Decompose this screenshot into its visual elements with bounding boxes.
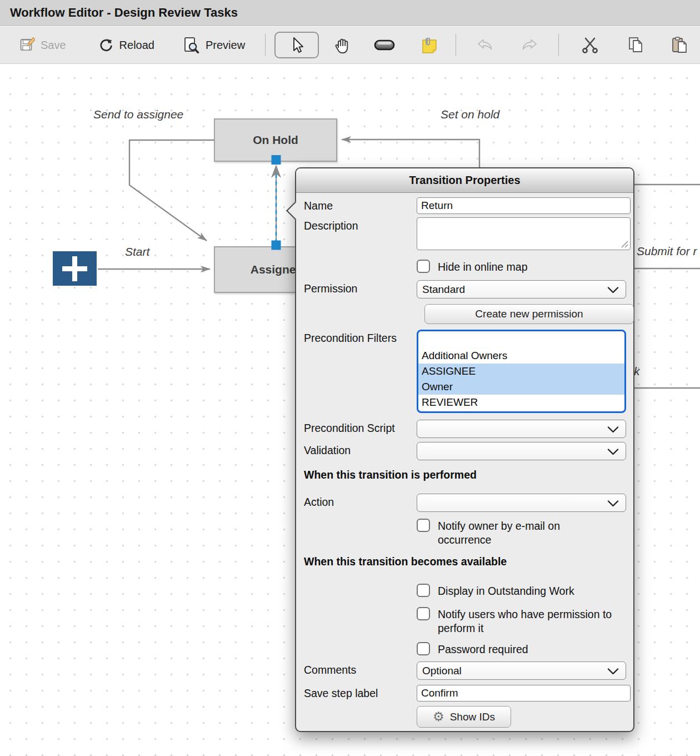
transition-send-to-assignee[interactable]: [129, 140, 214, 241]
redo-button[interactable]: [521, 38, 538, 52]
state-tool-button[interactable]: [373, 39, 396, 51]
section-when-performed: When this transition is performed: [304, 469, 477, 481]
open-hand-icon: [333, 36, 351, 54]
paste-button[interactable]: [671, 36, 688, 54]
show-ids-label: Show IDs: [450, 711, 495, 723]
chevron-down-icon: [607, 449, 619, 455]
chevron-down-icon: [607, 668, 619, 675]
name-input[interactable]: [417, 197, 631, 214]
workflow-canvas[interactable]: On Hold Assigned Send to assignee Set on…: [0, 64, 700, 756]
undo-icon: [476, 38, 494, 52]
plus-icon: [53, 251, 97, 286]
list-option-additional-owners[interactable]: Additional Owners: [418, 348, 624, 364]
copy-button[interactable]: [628, 36, 644, 54]
chevron-down-icon: [607, 426, 619, 433]
precondition-filters-label: Precondition Filters: [304, 330, 417, 413]
save-icon: [19, 37, 35, 53]
state-on-hold-label: On Hold: [253, 133, 298, 147]
list-option-assignee[interactable]: ASSIGNEE: [418, 364, 624, 379]
chevron-down-icon: [607, 500, 619, 507]
comments-select[interactable]: Optional: [417, 662, 626, 680]
toolbar-separator: [456, 34, 456, 56]
start-node[interactable]: [53, 251, 97, 286]
redo-icon: [521, 38, 538, 52]
transition-set-on-hold[interactable]: [342, 140, 479, 169]
name-label: Name: [304, 197, 417, 214]
comments-label: Comments: [304, 662, 417, 680]
paste-icon: [671, 36, 688, 54]
window-title: Workflow Editor - Design Review Tasks: [0, 6, 238, 20]
section-when-available: When this transition becomes available: [304, 555, 507, 568]
label-send-to-assignee: Send to assignee: [93, 108, 183, 121]
save-button[interactable]: Save: [19, 37, 66, 53]
label-submit-for-review-partial: Submit for r: [637, 245, 697, 258]
precondition-filters-listbox[interactable]: Additional Owners ASSIGNEE Owner REVIEWE…: [417, 330, 626, 413]
save-step-input[interactable]: [417, 685, 631, 702]
undo-button[interactable]: [476, 38, 494, 52]
save-label: Save: [41, 39, 66, 52]
save-step-label: Save step label: [304, 685, 417, 702]
transition-properties-dialog: Transition Properties Name Description H…: [295, 167, 634, 732]
permission-label: Permission: [304, 280, 417, 299]
reload-label: Reload: [119, 39, 154, 52]
password-required-checkbox[interactable]: [417, 642, 430, 655]
state-on-hold[interactable]: On Hold: [214, 118, 337, 162]
action-label: Action: [304, 494, 417, 512]
hide-in-online-map-label: Hide in online map: [438, 260, 621, 274]
validation-select[interactable]: [417, 442, 626, 460]
permission-value: Standard: [422, 284, 465, 296]
label-set-on-hold: Set on hold: [441, 108, 499, 121]
pan-tool-button[interactable]: [333, 36, 351, 54]
hide-in-online-map-checkbox[interactable]: [417, 260, 430, 273]
pointer-tool-button[interactable]: [274, 32, 319, 58]
scissors-icon: [581, 36, 599, 54]
cut-button[interactable]: [581, 36, 599, 54]
description-textarea[interactable]: [417, 217, 631, 250]
label-start: Start: [125, 245, 149, 258]
list-option-blank[interactable]: [418, 332, 624, 348]
notify-owner-checkbox[interactable]: [417, 519, 430, 532]
notify-users-checkbox[interactable]: [417, 607, 430, 620]
preview-button[interactable]: Preview: [183, 37, 245, 53]
precondition-script-label: Precondition Script: [304, 420, 417, 438]
rounded-rect-state-icon: [373, 39, 396, 51]
permission-select[interactable]: Standard: [417, 280, 626, 299]
dialog-title: Transition Properties: [296, 168, 633, 193]
gear-icon: ⚙: [433, 710, 444, 723]
toolbar-separator: [265, 34, 266, 56]
reload-icon: [98, 37, 114, 53]
action-select[interactable]: [417, 494, 626, 512]
display-outstanding-work-label: Display in Outstanding Work: [438, 584, 621, 598]
arrow-cursor-icon: [289, 37, 304, 53]
window-title-bar: Workflow Editor - Design Review Tasks: [0, 0, 700, 26]
chevron-down-icon: [607, 287, 619, 294]
description-label: Description: [304, 217, 417, 250]
resize-handle-icon[interactable]: [621, 240, 628, 248]
validation-label: Validation: [304, 442, 417, 460]
copy-icon: [628, 36, 644, 54]
toolbar-separator: [558, 34, 559, 56]
create-new-permission-button[interactable]: Create new permission: [424, 304, 634, 324]
label-rework-partial: k: [634, 365, 640, 378]
note-tool-button[interactable]: [420, 36, 438, 54]
display-outstanding-work-checkbox[interactable]: [417, 584, 430, 597]
toolbar: Save Reload Preview: [0, 27, 700, 64]
notify-owner-label: Notify owner by e-mail on occurrence: [438, 519, 577, 547]
list-option-reviewer[interactable]: REVIEWER: [418, 395, 624, 410]
notify-users-label: Notify users who have permission to perf…: [438, 607, 616, 635]
preview-icon: [183, 37, 200, 53]
sticky-note-icon: [420, 36, 438, 54]
show-ids-button[interactable]: ⚙ Show IDs: [417, 706, 511, 728]
list-option-owner[interactable]: Owner: [418, 379, 624, 395]
comments-value: Optional: [422, 665, 462, 677]
precondition-script-select[interactable]: [417, 420, 626, 438]
preview-label: Preview: [206, 39, 245, 52]
password-required-label: Password required: [438, 642, 621, 656]
reload-button[interactable]: Reload: [98, 37, 154, 53]
